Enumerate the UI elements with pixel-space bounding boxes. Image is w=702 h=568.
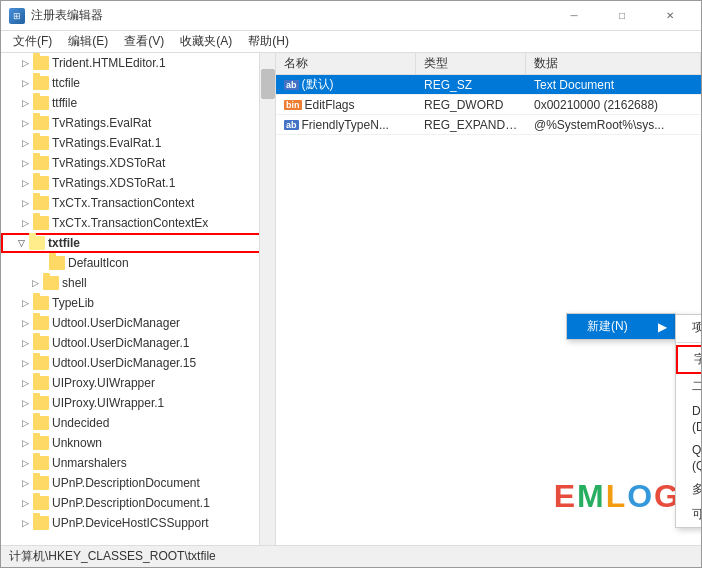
table-header: 名称 类型 数据 bbox=[276, 53, 701, 75]
tree-label: Undecided bbox=[52, 416, 109, 430]
tree-item-ttcfile[interactable]: ▷ ttcfile bbox=[1, 73, 275, 93]
folder-icon bbox=[33, 456, 49, 470]
menu-edit[interactable]: 编辑(E) bbox=[60, 31, 116, 52]
tree-item-ttffile[interactable]: ▷ ttffile bbox=[1, 93, 275, 113]
expand-icon: ▷ bbox=[17, 455, 33, 471]
tree-label: DefaultIcon bbox=[68, 256, 129, 270]
tree-label: Udtool.UserDicManager bbox=[52, 316, 180, 330]
folder-icon bbox=[33, 216, 49, 230]
expand-icon: ▷ bbox=[17, 495, 33, 511]
folder-icon bbox=[33, 56, 49, 70]
tree-item-txctx[interactable]: ▷ TxCTx.TransactionContext bbox=[1, 193, 275, 213]
tree-item-upnp-desc1[interactable]: ▷ UPnP.DescriptionDocument.1 bbox=[1, 493, 275, 513]
expand-icon: ▷ bbox=[17, 115, 33, 131]
type-cell: REG_DWORD bbox=[416, 98, 526, 112]
app-icon: ⊞ bbox=[9, 8, 25, 24]
folder-icon bbox=[33, 156, 49, 170]
submenu: 项(K) 字符串值(S) 二进制值(B) DWORD (32 位)值(D) QW… bbox=[675, 314, 701, 528]
table-row[interactable]: bin EditFlags REG_DWORD 0x00210000 (2162… bbox=[276, 95, 701, 115]
window-title: 注册表编辑器 bbox=[31, 7, 103, 24]
tree-label: Trident.HTMLEditor.1 bbox=[52, 56, 166, 70]
header-type: 类型 bbox=[416, 53, 526, 74]
tree-item-trident[interactable]: ▷ Trident.HTMLEditor.1 bbox=[1, 53, 275, 73]
tree-item-udtool[interactable]: ▷ Udtool.UserDicManager bbox=[1, 313, 275, 333]
tree-item-txctxex[interactable]: ▷ TxCTx.TransactionContextEx bbox=[1, 213, 275, 233]
tree-label: UIProxy.UIWrapper bbox=[52, 376, 155, 390]
context-menu[interactable]: 新建(N) ▶ 项(K) 字符串值(S) 二进制值(B) DWORD (32 位… bbox=[566, 313, 676, 340]
new-menu-trigger[interactable]: 新建(N) ▶ bbox=[567, 314, 675, 339]
tree-item-upnp-desc[interactable]: ▷ UPnP.DescriptionDocument bbox=[1, 473, 275, 493]
folder-icon bbox=[33, 356, 49, 370]
menu-view[interactable]: 查看(V) bbox=[116, 31, 172, 52]
menu-bar: 文件(F) 编辑(E) 查看(V) 收藏夹(A) 帮助(H) bbox=[1, 31, 701, 53]
main-window: ⊞ 注册表编辑器 ─ □ ✕ 文件(F) 编辑(E) 查看(V) 收藏夹(A) … bbox=[0, 0, 702, 568]
tree-item-defaulticon[interactable]: DefaultIcon bbox=[1, 253, 275, 273]
submenu-item-multistring[interactable]: 多字符串值(M) bbox=[676, 477, 701, 502]
registry-table: 名称 类型 数据 ab (默认) REG_SZ Text Document bbox=[276, 53, 701, 135]
submenu-item-binary[interactable]: 二进制值(B) bbox=[676, 374, 701, 399]
expand-icon bbox=[33, 255, 49, 271]
emlog-watermark: E M L O G bbox=[554, 478, 681, 515]
tree-label: shell bbox=[62, 276, 87, 290]
tree-item-unmarshalers[interactable]: ▷ Unmarshalers bbox=[1, 453, 275, 473]
tree-label: UIProxy.UIWrapper.1 bbox=[52, 396, 164, 410]
tree-item-udtool1[interactable]: ▷ Udtool.UserDicManager.1 bbox=[1, 333, 275, 353]
submenu-item-expandstr[interactable]: 可扩充字符串值(E) bbox=[676, 502, 701, 527]
scrollbar-thumb[interactable] bbox=[261, 69, 275, 99]
menu-favorites[interactable]: 收藏夹(A) bbox=[172, 31, 240, 52]
new-menu-label: 新建(N) bbox=[587, 318, 628, 335]
maximize-button[interactable]: □ bbox=[599, 1, 645, 31]
folder-icon bbox=[33, 176, 49, 190]
tree-item-uiproxy1[interactable]: ▷ UIProxy.UIWrapper.1 bbox=[1, 393, 275, 413]
folder-icon bbox=[49, 256, 65, 270]
tree-label: TvRatings.EvalRat bbox=[52, 116, 151, 130]
tree-item-tvratings-xds[interactable]: ▷ TvRatings.XDSToRat bbox=[1, 153, 275, 173]
menu-file[interactable]: 文件(F) bbox=[5, 31, 60, 52]
expand-icon: ▷ bbox=[17, 295, 33, 311]
tree-item-txtfile[interactable]: ▽ txtfile bbox=[1, 233, 275, 253]
tree-item-upnp-devhost[interactable]: ▷ UPnP.DeviceHostICSSupport bbox=[1, 513, 275, 533]
tree-label: Unknown bbox=[52, 436, 102, 450]
folder-icon bbox=[33, 196, 49, 210]
folder-icon bbox=[33, 96, 49, 110]
data-cell: Text Document bbox=[526, 78, 701, 92]
minimize-button[interactable]: ─ bbox=[551, 1, 597, 31]
folder-icon bbox=[33, 516, 49, 530]
status-bar: 计算机\HKEY_CLASSES_ROOT\txtfile bbox=[1, 545, 701, 567]
expand-icon: ▷ bbox=[17, 215, 33, 231]
folder-icon bbox=[33, 136, 49, 150]
tree-item-uiproxy[interactable]: ▷ UIProxy.UIWrapper bbox=[1, 373, 275, 393]
tree-item-tvratings-xds1[interactable]: ▷ TvRatings.XDSToRat.1 bbox=[1, 173, 275, 193]
menu-help[interactable]: 帮助(H) bbox=[240, 31, 297, 52]
emlog-letter-l: L bbox=[606, 478, 628, 515]
submenu-item-string[interactable]: 字符串值(S) bbox=[676, 345, 701, 374]
expand-icon: ▷ bbox=[17, 435, 33, 451]
close-button[interactable]: ✕ bbox=[647, 1, 693, 31]
submenu-item-dword[interactable]: DWORD (32 位)值(D) bbox=[676, 399, 701, 438]
folder-icon bbox=[33, 436, 49, 450]
table-row[interactable]: ab (默认) REG_SZ Text Document bbox=[276, 75, 701, 95]
tree-item-unknown[interactable]: ▷ Unknown bbox=[1, 433, 275, 453]
folder-icon bbox=[33, 336, 49, 350]
submenu-item-qword[interactable]: QWORD (64 位)值(Q) bbox=[676, 438, 701, 477]
expand-icon: ▷ bbox=[17, 95, 33, 111]
tree-item-shell[interactable]: ▷ shell bbox=[1, 273, 275, 293]
folder-icon bbox=[33, 476, 49, 490]
expand-icon: ▷ bbox=[17, 355, 33, 371]
table-row[interactable]: ab FriendlyTypeN... REG_EXPAND_SZ @%Syst… bbox=[276, 115, 701, 135]
status-text: 计算机\HKEY_CLASSES_ROOT\txtfile bbox=[9, 548, 216, 565]
submenu-item-key[interactable]: 项(K) bbox=[676, 315, 701, 340]
tree-item-undecided[interactable]: ▷ Undecided bbox=[1, 413, 275, 433]
tree-item-udtool15[interactable]: ▷ Udtool.UserDicManager.15 bbox=[1, 353, 275, 373]
tree-item-tvratings-evalrat1[interactable]: ▷ TvRatings.EvalRat.1 bbox=[1, 133, 275, 153]
separator bbox=[676, 342, 701, 343]
left-pane[interactable]: ▷ Trident.HTMLEditor.1 ▷ ttcfile ▷ ttffi… bbox=[1, 53, 276, 545]
tree-item-tvratings-evalrat[interactable]: ▷ TvRatings.EvalRat bbox=[1, 113, 275, 133]
tree-item-typelib[interactable]: ▷ TypeLib bbox=[1, 293, 275, 313]
emlog-letter-o: O bbox=[627, 478, 654, 515]
left-scrollbar[interactable] bbox=[259, 53, 275, 545]
folder-icon bbox=[33, 76, 49, 90]
expand-icon: ▽ bbox=[13, 235, 29, 251]
folder-icon bbox=[33, 116, 49, 130]
folder-icon bbox=[43, 276, 59, 290]
